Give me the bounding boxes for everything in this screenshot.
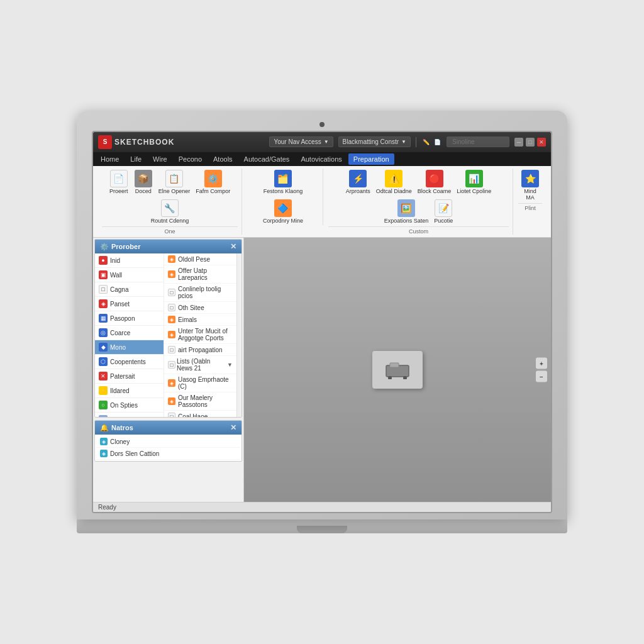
prorober-item-wall[interactable]: ▣ Wall [95, 268, 164, 282]
maximize-button[interactable]: □ [526, 138, 535, 147]
ribbon-btn-expoations[interactable]: 🖼️ Expoations Saten [382, 198, 431, 226]
title-tools: ✏️ 📄 [421, 138, 441, 147]
prorober-item-ildared[interactable]: ⚡ Ildared [95, 384, 164, 398]
ribbon-btn-arproants[interactable]: ⚡ Arproants [344, 169, 372, 196]
ribbon-btn-festons[interactable]: 🗂️ Festons Klaong [262, 169, 305, 196]
prorober-right-conlinelp-icon: □ [168, 289, 175, 296]
laptop-base [77, 519, 567, 533]
ribbon-btn-fafm[interactable]: ⚙️ Fafm Compor [194, 169, 232, 196]
ribbon-btn-corpodnry[interactable]: 🔷 Corpodnry Mine [261, 198, 305, 226]
mind-label: Mind MA [520, 189, 540, 201]
ribbon-group-plint: ⭐ Mind MA Plint [514, 169, 546, 212]
ribbon-btn-block[interactable]: 🔴 Block Coame [416, 169, 453, 196]
panel-natros-close[interactable]: ✕ [230, 423, 236, 432]
menu-autovications[interactable]: Autovications [296, 153, 347, 165]
prorober-right-offer[interactable]: ◈ Offer Uatp Lareparics [164, 265, 236, 284]
menu-life[interactable]: Life [125, 153, 147, 165]
prorober-item-mono[interactable]: ◆ Mono [95, 340, 164, 355]
main-content: ⚙️ Prorober ✕ ● Inid [93, 238, 551, 502]
viewport-zoom-out[interactable]: − [536, 371, 547, 382]
logo-icon: S [98, 135, 112, 149]
constraint-dropdown-label: Blackmatting Constr [343, 138, 399, 145]
natros-item-cloney[interactable]: ◈ Cloney [96, 436, 240, 448]
menu-autocad[interactable]: Autocad/Gates [239, 153, 295, 165]
ribbon-group-custom-buttons: ⚡ Arproants ⚠️ Odtcal Diadne 🔴 Block Coa… [328, 169, 509, 226]
prorober-item-cagna[interactable]: □ Cagna [95, 282, 164, 297]
prorober-right-coal[interactable]: □ Coal Haoe [164, 411, 236, 417]
prorober-right-uasog[interactable]: ◈ Uasog Emprhaote (C) [164, 374, 236, 392]
menu-atools[interactable]: Atools [208, 153, 238, 165]
logo-text: S [103, 138, 108, 145]
prorober-right-conlinelp[interactable]: □ Conlinelp toolig pcios [164, 284, 236, 302]
pucotie-icon: 📝 [435, 199, 452, 217]
panel-prorober-header[interactable]: ⚙️ Prorober ✕ [95, 240, 242, 253]
panel-prorober-right-list: ◈ Oldoll Pese ◈ Offer Uatp Lareparics □ [164, 253, 236, 417]
menu-preparation[interactable]: Preparation [348, 153, 394, 165]
expoations-icon: 🖼️ [397, 199, 415, 217]
pencil-icon[interactable]: ✏️ [421, 138, 430, 147]
prorober-right-airt[interactable]: □ airt Propagation [164, 344, 236, 356]
nav-dropdown-arrow: ▼ [324, 139, 329, 145]
prorober-item-coarce[interactable]: ◎ Coarce [95, 326, 164, 340]
ribbon-btn-mind[interactable]: ⭐ Mind MA [518, 169, 542, 203]
prorober-item-patersait[interactable]: ✕ Patersait [95, 369, 164, 384]
laptop-container: S SKETCHBOOK Your Nav Access ▼ Blackmatt… [77, 111, 567, 534]
elne-label: Elne Opener [158, 189, 191, 195]
ribbon-group-festons: 🗂️ Festons Klaong 🔷 Corpodnry Mine [243, 169, 323, 226]
panel-natros-header[interactable]: 🔔 Natros ✕ [95, 421, 242, 435]
prorober-item-wall-label: Wall [110, 272, 122, 279]
ribbon-btn-pucotie[interactable]: 📝 Pucotie [432, 198, 455, 226]
doc-icon[interactable]: 📄 [433, 138, 441, 147]
prorober-item-pasopon[interactable]: ▦ Pasopon [95, 311, 164, 326]
natros-item-dors-icon: ◈ [100, 450, 108, 457]
prorober-right-lists-icon: □ [168, 361, 175, 369]
nav-dropdown[interactable]: Your Nav Access ▼ [269, 136, 333, 147]
prorober-right-eimals[interactable]: ◈ Eimals [164, 314, 236, 326]
prorober-right-lists[interactable]: □ Lists (Oabln News 21 ▼ [164, 356, 236, 374]
prorober-right-coal-label: Coal Haoe [178, 413, 208, 418]
panel-prorober-left-list: ● Inid ▣ Wall □ Cagna [95, 253, 164, 417]
panel-natros-content: ◈ Cloney ◈ Dors Slen Cattion [95, 435, 242, 461]
prorober-item-onspties-icon: ○ [99, 401, 108, 409]
arproants-label: Arproants [346, 189, 370, 195]
prorober-item-coopentents[interactable]: ⬡ Coopentents [95, 355, 164, 369]
prorober-item-inid[interactable]: ● Inid [95, 253, 164, 268]
menu-wire[interactable]: Wire [148, 153, 172, 165]
screen-bezel: S SKETCHBOOK Your Nav Access ▼ Blackmatt… [77, 111, 567, 520]
prorober-right-oth[interactable]: □ Oth Sitee [164, 302, 236, 314]
menu-home[interactable]: Home [96, 153, 124, 165]
prorober-right-unter[interactable]: ◈ Unter Tor Mucit of Arggotge Cports [164, 326, 236, 344]
prorober-item-inid-icon: ● [99, 256, 108, 265]
odtcal-label: Odtcal Diadne [376, 189, 412, 195]
mind-icon: ⭐ [521, 170, 539, 187]
search-input[interactable] [447, 136, 509, 147]
left-panels: ⚙️ Prorober ✕ ● Inid [93, 238, 244, 502]
prorober-right-oldoll[interactable]: ◈ Oldoll Pese [164, 253, 236, 265]
minimize-button[interactable]: ─ [514, 138, 523, 147]
panel-prorober-scrollbar[interactable] [236, 253, 242, 417]
prorober-item-onspties[interactable]: ○ On Spties [95, 398, 164, 413]
close-button[interactable]: ✕ [537, 138, 546, 147]
panel-prorober-close[interactable]: ✕ [230, 242, 236, 251]
ribbon-btn-doced[interactable]: 📦 Doced [132, 169, 155, 196]
prorober-item-ollelarce[interactable]: ◉ oll Elarce [95, 413, 164, 417]
prorober-right-our[interactable]: ◈ Our Maelery Passotons [164, 392, 236, 411]
ribbon-btn-liotet[interactable]: 📊 Liotet Cpoline [455, 169, 493, 196]
prorober-right-eimals-label: Eimals [178, 316, 197, 323]
menu-pecono[interactable]: Pecono [174, 153, 207, 165]
constraint-dropdown[interactable]: Blackmatting Constr ▼ [338, 136, 411, 147]
proeert-label: Proeert [109, 189, 128, 195]
prorober-item-panset[interactable]: ◈ Panset [95, 297, 164, 311]
prorober-right-uasog-icon: ◈ [168, 379, 175, 387]
ribbon-btn-elne[interactable]: 📋 Elne Opener [157, 169, 192, 196]
ribbon-btn-proeert[interactable]: 📄 Proeert [108, 169, 130, 196]
viewport-zoom-in[interactable]: + [536, 358, 547, 369]
ribbon-btn-routnt[interactable]: 🔧 Routnt Cdenng [149, 198, 191, 226]
natros-item-dors[interactable]: ◈ Dors Slen Cattion [96, 448, 240, 460]
natros-item-dors-label: Dors Slen Cattion [110, 450, 159, 457]
liotet-icon: 📊 [465, 170, 483, 187]
ribbon-btn-odtcal[interactable]: ⚠️ Odtcal Diadne [374, 169, 414, 196]
prorober-item-panset-icon: ◈ [99, 299, 108, 308]
prorober-item-cagna-label: Cagna [110, 286, 128, 293]
prorober-right-offer-label: Offer Uatp Lareparics [178, 267, 233, 281]
